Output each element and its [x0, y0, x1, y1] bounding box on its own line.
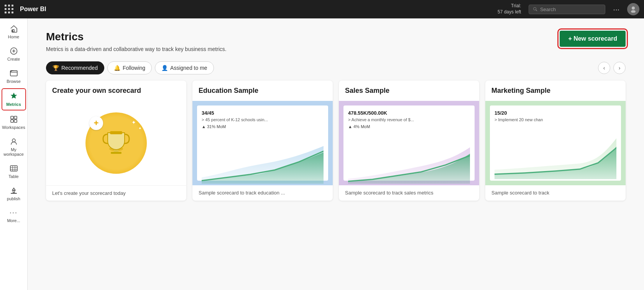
sales-card-inner: 478.55K/500.00K > Achieve a monthly reve… [343, 105, 475, 181]
sidebar-item-my-workspace[interactable]: My workspace [2, 134, 26, 160]
marketing-card-title: Marketing Sample [485, 81, 626, 101]
sparkle-2: ✦ [138, 126, 141, 130]
sales-stat-change: ▲ 4% MoM [348, 124, 470, 129]
svg-rect-20 [13, 190, 15, 193]
education-stat-main: 34/45 [202, 110, 324, 116]
sparkle-1: ✦ [131, 119, 136, 125]
education-card-chart [202, 133, 324, 184]
table-icon [10, 164, 18, 173]
sales-stat-main: 478.55K/500.00K [348, 110, 470, 116]
recommended-tab-label: Recommended [61, 65, 98, 71]
sidebar-item-home-label: Home [8, 35, 19, 39]
search-icon [533, 7, 538, 12]
main-layout: Home Create Browse Metrics Workspaces [0, 18, 644, 290]
marketing-card-inner: 15/20 > Implement 20 new chan [490, 105, 621, 181]
sidebar-item-metrics[interactable]: Metrics [2, 88, 26, 110]
education-stat-change: ▲ 31% MoM [202, 124, 324, 129]
sidebar-item-metrics-label: Metrics [6, 102, 21, 107]
assigned-tab-icon: 👤 [161, 65, 168, 71]
my-workspace-icon [10, 137, 18, 146]
svg-point-3 [631, 10, 636, 13]
tab-following[interactable]: 🔔 Following [107, 61, 152, 74]
home-icon [10, 25, 18, 33]
create-card-title: Create your own scorecard [46, 81, 186, 101]
avatar[interactable] [627, 3, 639, 15]
trophy-svg [101, 126, 131, 160]
sidebar-item-workspaces[interactable]: Workspaces [2, 112, 26, 133]
sales-card-chart [348, 133, 470, 184]
sidebar-item-workspaces-label: Workspaces [2, 125, 25, 130]
marketing-sample-card[interactable]: Marketing Sample 15/20 > Implement 20 ne… [485, 81, 626, 201]
svg-rect-24 [111, 152, 122, 154]
publish-icon [10, 186, 18, 195]
sidebar-item-publish[interactable]: publish [2, 183, 26, 204]
browse-icon [10, 69, 18, 77]
more-options-button[interactable]: ··· [610, 3, 623, 15]
marketing-card-footer: Sample scorecard to track [485, 185, 626, 200]
app-logo: Power BI [20, 6, 46, 13]
search-box[interactable] [529, 5, 605, 14]
svg-rect-4 [13, 30, 14, 32]
svg-rect-14 [10, 166, 17, 171]
marketing-card-chart [495, 129, 616, 179]
svg-rect-21 [11, 193, 17, 194]
svg-line-1 [536, 10, 537, 11]
education-stat-sub: > 45 percent of K-12 schools usin... [202, 117, 324, 122]
sales-card-title: Sales Sample [339, 81, 479, 101]
create-icon [10, 47, 18, 55]
education-card-title: Education Sample [192, 81, 333, 101]
sales-stat-sub: > Achieve a monthly revenue of $... [348, 117, 470, 122]
sidebar-item-my-workspace-label: My workspace [3, 147, 25, 157]
tabs-section: 🏆 Recommended 🔔 Following 👤 Assigned to … [28, 58, 644, 81]
search-input[interactable] [540, 7, 601, 12]
create-scorecard-card[interactable]: Create your own scorecard + ✦ ✦ [46, 81, 186, 201]
svg-point-0 [534, 7, 536, 10]
svg-point-2 [632, 7, 635, 10]
sidebar-item-table[interactable]: Table [2, 161, 26, 182]
sidebar-item-browse-label: Browse [7, 79, 21, 84]
workspaces-icon [10, 115, 18, 124]
education-card-visual: 34/45 > 45 percent of K-12 schools usin.… [192, 101, 333, 185]
content-area: Metrics Metrics is a data-driven and col… [28, 18, 644, 290]
carousel-prev-button[interactable]: ‹ [598, 62, 610, 74]
cards-section: Create your own scorecard + ✦ ✦ [28, 81, 644, 210]
trial-info: Trial: 57 days left [498, 3, 521, 15]
tab-assigned[interactable]: 👤 Assigned to me [155, 61, 214, 74]
education-sample-card[interactable]: Education Sample 34/45 > 45 percent of K… [192, 81, 333, 201]
sidebar-item-more[interactable]: ··· More... [2, 206, 26, 226]
svg-rect-12 [14, 120, 17, 122]
recommended-tab-icon: 🏆 [53, 65, 59, 71]
content-header: Metrics Metrics is a data-driven and col… [28, 18, 644, 58]
sidebar-item-browse[interactable]: Browse [2, 66, 26, 87]
create-card-visual: + ✦ ✦ [46, 101, 186, 185]
metrics-icon [10, 92, 18, 101]
carousel-next-button[interactable]: › [613, 62, 626, 74]
svg-rect-11 [11, 120, 13, 122]
svg-rect-9 [11, 116, 13, 119]
carousel-nav: ‹ › [598, 62, 626, 74]
apps-grid-icon[interactable] [5, 5, 14, 14]
following-tab-icon: 🔔 [114, 65, 120, 71]
assigned-tab-label: Assigned to me [170, 65, 207, 71]
sidebar: Home Create Browse Metrics Workspaces [0, 18, 28, 290]
marketing-card-visual: 15/20 > Implement 20 new chan [485, 101, 626, 185]
education-card-footer: Sample scorecard to track education ... [192, 185, 333, 200]
svg-marker-19 [12, 188, 15, 190]
sidebar-item-publish-label: publish [7, 196, 20, 201]
new-scorecard-button[interactable]: + New scorecard [560, 31, 626, 47]
user-icon [630, 6, 637, 13]
page-title-section: Metrics Metrics is a data-driven and col… [46, 31, 227, 52]
sales-sample-card[interactable]: Sales Sample 478.55K/500.00K > Achieve a… [339, 81, 479, 201]
page-subtitle: Metrics is a data-driven and collaborati… [46, 46, 227, 52]
tab-recommended[interactable]: 🏆 Recommended [46, 61, 104, 74]
sidebar-item-more-label: More... [7, 218, 20, 223]
sidebar-item-create[interactable]: Create [2, 44, 26, 64]
svg-point-13 [12, 139, 15, 142]
create-card-footer: Let's create your scorecard today [46, 185, 186, 201]
svg-rect-10 [14, 116, 17, 119]
page-title: Metrics [46, 31, 227, 43]
sales-card-visual: 478.55K/500.00K > Achieve a monthly reve… [339, 101, 479, 185]
sidebar-item-home[interactable]: Home [2, 21, 26, 42]
sidebar-item-create-label: Create [7, 57, 20, 61]
sales-card-footer: Sample scorecard to track sales metrics [339, 185, 479, 200]
